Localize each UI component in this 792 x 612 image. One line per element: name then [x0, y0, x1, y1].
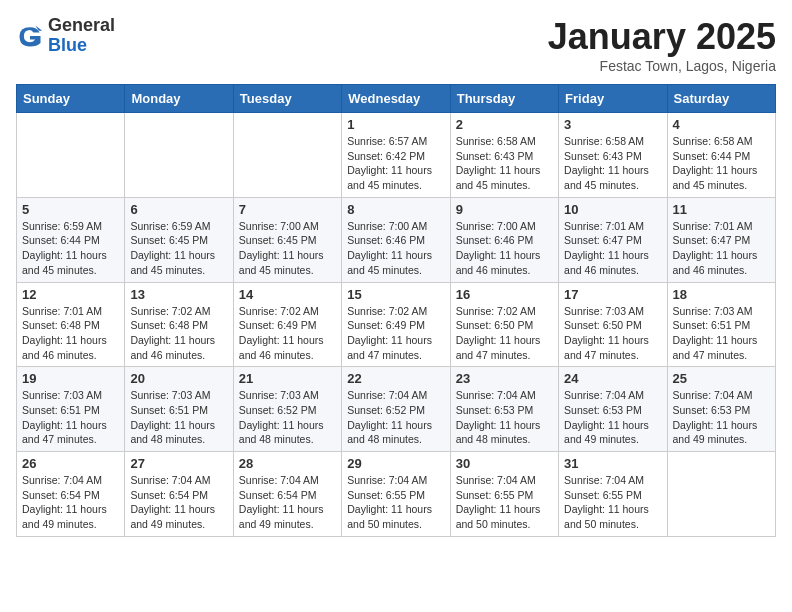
day-number: 10 [564, 202, 661, 217]
calendar-cell [667, 452, 775, 537]
day-number: 11 [673, 202, 770, 217]
day-number: 16 [456, 287, 553, 302]
day-number: 22 [347, 371, 444, 386]
calendar-cell: 23Sunrise: 7:04 AM Sunset: 6:53 PM Dayli… [450, 367, 558, 452]
weekday-header-tuesday: Tuesday [233, 85, 341, 113]
day-number: 17 [564, 287, 661, 302]
calendar-week-4: 19Sunrise: 7:03 AM Sunset: 6:51 PM Dayli… [17, 367, 776, 452]
day-number: 13 [130, 287, 227, 302]
calendar-cell: 20Sunrise: 7:03 AM Sunset: 6:51 PM Dayli… [125, 367, 233, 452]
weekday-header-friday: Friday [559, 85, 667, 113]
calendar-cell: 13Sunrise: 7:02 AM Sunset: 6:48 PM Dayli… [125, 282, 233, 367]
day-info: Sunrise: 7:04 AM Sunset: 6:55 PM Dayligh… [347, 473, 444, 532]
calendar-cell: 11Sunrise: 7:01 AM Sunset: 6:47 PM Dayli… [667, 197, 775, 282]
calendar-week-1: 1Sunrise: 6:57 AM Sunset: 6:42 PM Daylig… [17, 113, 776, 198]
day-info: Sunrise: 7:04 AM Sunset: 6:53 PM Dayligh… [673, 388, 770, 447]
day-info: Sunrise: 6:58 AM Sunset: 6:43 PM Dayligh… [456, 134, 553, 193]
day-number: 12 [22, 287, 119, 302]
day-info: Sunrise: 7:03 AM Sunset: 6:52 PM Dayligh… [239, 388, 336, 447]
day-info: Sunrise: 7:02 AM Sunset: 6:50 PM Dayligh… [456, 304, 553, 363]
day-info: Sunrise: 7:04 AM Sunset: 6:55 PM Dayligh… [564, 473, 661, 532]
weekday-header-sunday: Sunday [17, 85, 125, 113]
calendar-cell: 27Sunrise: 7:04 AM Sunset: 6:54 PM Dayli… [125, 452, 233, 537]
day-number: 14 [239, 287, 336, 302]
day-number: 4 [673, 117, 770, 132]
calendar-week-2: 5Sunrise: 6:59 AM Sunset: 6:44 PM Daylig… [17, 197, 776, 282]
calendar-cell: 28Sunrise: 7:04 AM Sunset: 6:54 PM Dayli… [233, 452, 341, 537]
calendar-cell: 4Sunrise: 6:58 AM Sunset: 6:44 PM Daylig… [667, 113, 775, 198]
day-number: 21 [239, 371, 336, 386]
calendar-table: SundayMondayTuesdayWednesdayThursdayFrid… [16, 84, 776, 537]
day-info: Sunrise: 7:02 AM Sunset: 6:48 PM Dayligh… [130, 304, 227, 363]
calendar-cell: 8Sunrise: 7:00 AM Sunset: 6:46 PM Daylig… [342, 197, 450, 282]
logo-text: General Blue [48, 16, 115, 56]
weekday-header-monday: Monday [125, 85, 233, 113]
calendar-cell [125, 113, 233, 198]
day-info: Sunrise: 7:03 AM Sunset: 6:51 PM Dayligh… [130, 388, 227, 447]
calendar-cell: 3Sunrise: 6:58 AM Sunset: 6:43 PM Daylig… [559, 113, 667, 198]
calendar-cell: 25Sunrise: 7:04 AM Sunset: 6:53 PM Dayli… [667, 367, 775, 452]
day-number: 18 [673, 287, 770, 302]
day-info: Sunrise: 7:01 AM Sunset: 6:48 PM Dayligh… [22, 304, 119, 363]
calendar-cell: 9Sunrise: 7:00 AM Sunset: 6:46 PM Daylig… [450, 197, 558, 282]
day-info: Sunrise: 7:00 AM Sunset: 6:46 PM Dayligh… [456, 219, 553, 278]
calendar-cell [233, 113, 341, 198]
day-info: Sunrise: 7:01 AM Sunset: 6:47 PM Dayligh… [673, 219, 770, 278]
calendar-week-5: 26Sunrise: 7:04 AM Sunset: 6:54 PM Dayli… [17, 452, 776, 537]
calendar-cell: 31Sunrise: 7:04 AM Sunset: 6:55 PM Dayli… [559, 452, 667, 537]
weekday-header-thursday: Thursday [450, 85, 558, 113]
day-number: 24 [564, 371, 661, 386]
day-number: 30 [456, 456, 553, 471]
page-header: General Blue January 2025 Festac Town, L… [16, 16, 776, 74]
day-number: 3 [564, 117, 661, 132]
day-info: Sunrise: 7:04 AM Sunset: 6:52 PM Dayligh… [347, 388, 444, 447]
calendar-cell: 2Sunrise: 6:58 AM Sunset: 6:43 PM Daylig… [450, 113, 558, 198]
day-info: Sunrise: 6:59 AM Sunset: 6:45 PM Dayligh… [130, 219, 227, 278]
calendar-cell: 26Sunrise: 7:04 AM Sunset: 6:54 PM Dayli… [17, 452, 125, 537]
day-info: Sunrise: 7:00 AM Sunset: 6:46 PM Dayligh… [347, 219, 444, 278]
calendar-cell: 1Sunrise: 6:57 AM Sunset: 6:42 PM Daylig… [342, 113, 450, 198]
day-info: Sunrise: 7:04 AM Sunset: 6:54 PM Dayligh… [22, 473, 119, 532]
weekday-header-row: SundayMondayTuesdayWednesdayThursdayFrid… [17, 85, 776, 113]
day-info: Sunrise: 6:57 AM Sunset: 6:42 PM Dayligh… [347, 134, 444, 193]
calendar-cell: 6Sunrise: 6:59 AM Sunset: 6:45 PM Daylig… [125, 197, 233, 282]
day-number: 7 [239, 202, 336, 217]
calendar-cell: 30Sunrise: 7:04 AM Sunset: 6:55 PM Dayli… [450, 452, 558, 537]
calendar-cell: 14Sunrise: 7:02 AM Sunset: 6:49 PM Dayli… [233, 282, 341, 367]
day-info: Sunrise: 7:04 AM Sunset: 6:53 PM Dayligh… [564, 388, 661, 447]
day-info: Sunrise: 7:04 AM Sunset: 6:54 PM Dayligh… [130, 473, 227, 532]
day-number: 20 [130, 371, 227, 386]
calendar-cell: 21Sunrise: 7:03 AM Sunset: 6:52 PM Dayli… [233, 367, 341, 452]
day-number: 15 [347, 287, 444, 302]
logo: General Blue [16, 16, 115, 56]
day-info: Sunrise: 7:02 AM Sunset: 6:49 PM Dayligh… [347, 304, 444, 363]
calendar-cell: 18Sunrise: 7:03 AM Sunset: 6:51 PM Dayli… [667, 282, 775, 367]
day-info: Sunrise: 7:03 AM Sunset: 6:50 PM Dayligh… [564, 304, 661, 363]
day-info: Sunrise: 6:58 AM Sunset: 6:44 PM Dayligh… [673, 134, 770, 193]
day-number: 26 [22, 456, 119, 471]
day-info: Sunrise: 7:04 AM Sunset: 6:53 PM Dayligh… [456, 388, 553, 447]
day-info: Sunrise: 6:59 AM Sunset: 6:44 PM Dayligh… [22, 219, 119, 278]
calendar-cell: 19Sunrise: 7:03 AM Sunset: 6:51 PM Dayli… [17, 367, 125, 452]
day-number: 27 [130, 456, 227, 471]
calendar-cell: 12Sunrise: 7:01 AM Sunset: 6:48 PM Dayli… [17, 282, 125, 367]
month-title: January 2025 [548, 16, 776, 58]
weekday-header-saturday: Saturday [667, 85, 775, 113]
weekday-header-wednesday: Wednesday [342, 85, 450, 113]
day-info: Sunrise: 7:03 AM Sunset: 6:51 PM Dayligh… [22, 388, 119, 447]
calendar-cell [17, 113, 125, 198]
day-number: 25 [673, 371, 770, 386]
day-number: 8 [347, 202, 444, 217]
calendar-cell: 17Sunrise: 7:03 AM Sunset: 6:50 PM Dayli… [559, 282, 667, 367]
logo-icon [16, 22, 44, 50]
day-info: Sunrise: 6:58 AM Sunset: 6:43 PM Dayligh… [564, 134, 661, 193]
calendar-cell: 7Sunrise: 7:00 AM Sunset: 6:45 PM Daylig… [233, 197, 341, 282]
day-info: Sunrise: 7:03 AM Sunset: 6:51 PM Dayligh… [673, 304, 770, 363]
calendar-cell: 24Sunrise: 7:04 AM Sunset: 6:53 PM Dayli… [559, 367, 667, 452]
day-info: Sunrise: 7:00 AM Sunset: 6:45 PM Dayligh… [239, 219, 336, 278]
calendar-cell: 29Sunrise: 7:04 AM Sunset: 6:55 PM Dayli… [342, 452, 450, 537]
day-number: 19 [22, 371, 119, 386]
calendar-cell: 16Sunrise: 7:02 AM Sunset: 6:50 PM Dayli… [450, 282, 558, 367]
day-info: Sunrise: 7:01 AM Sunset: 6:47 PM Dayligh… [564, 219, 661, 278]
location-subtitle: Festac Town, Lagos, Nigeria [548, 58, 776, 74]
